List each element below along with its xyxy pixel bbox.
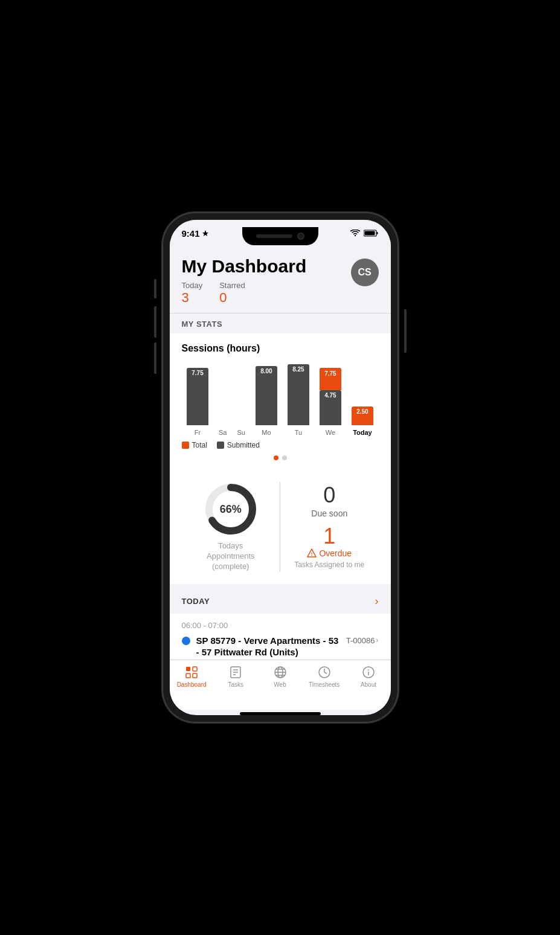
bar-group-tu: 8.25Tu: [288, 364, 309, 436]
today-chevron-icon[interactable]: ›: [375, 595, 379, 608]
bar-label: We: [326, 429, 335, 436]
total-dot: [182, 442, 189, 449]
tasks-icon: [228, 665, 243, 680]
timesheets-icon: [317, 665, 332, 680]
bar-label: Mo: [262, 429, 271, 436]
bar-container: 8.00: [256, 366, 277, 425]
bar-label: Tu: [295, 429, 302, 436]
donut-label: Todays Appointments (complete): [207, 541, 255, 572]
appt-status-dot: [182, 637, 190, 645]
svg-point-1: [354, 235, 355, 236]
svg-line-25: [324, 672, 327, 673]
wifi-icon: [350, 230, 360, 237]
tab-dashboard[interactable]: Dashboard: [170, 665, 214, 688]
starred-stat: Starred 0: [219, 281, 245, 306]
bar-label: Fr: [195, 429, 201, 436]
svg-marker-0: [202, 230, 208, 236]
notch: [242, 227, 318, 245]
bar-group-today: 2.50Today: [352, 406, 373, 436]
tab-timesheets[interactable]: Timesheets: [302, 665, 346, 688]
bar-submitted: 2.50: [352, 406, 373, 425]
location-icon: [202, 230, 208, 236]
svg-rect-13: [193, 673, 197, 678]
bar-label: Today: [353, 429, 372, 436]
tasks-stat: 0 Due soon 1 ! Overdue Tasks Assigned to…: [280, 482, 379, 572]
chart-section: Sessions (hours) 7.75FrSaSu8.00Mo8.25Tu4…: [170, 333, 391, 470]
appt-ref[interactable]: T-00086 ›: [346, 636, 379, 645]
bar-chart: 7.75FrSaSu8.00Mo8.25Tu4.757.75We2.50Toda…: [182, 364, 379, 436]
legend-submitted: Submitted: [217, 441, 260, 449]
bar-submitted: 8.00: [256, 366, 277, 425]
svg-rect-4: [364, 231, 375, 236]
about-icon: [361, 665, 376, 680]
my-stats-header: MY STATS: [170, 313, 391, 333]
page-dots[interactable]: [182, 455, 379, 460]
tab-bar: Dashboard Tasks Web: [170, 660, 391, 710]
tab-tasks[interactable]: Tasks: [214, 665, 258, 688]
tab-about[interactable]: About: [346, 665, 390, 688]
bar-submitted: 4.75: [320, 390, 341, 425]
dot-1[interactable]: [274, 455, 278, 460]
overdue-label: ! Overdue: [307, 548, 352, 558]
today-stat: Today 3: [182, 281, 203, 306]
svg-rect-11: [193, 667, 197, 671]
header: My Dashboard Today 3 Starred 0 CS: [170, 246, 391, 313]
tab-web[interactable]: Web: [258, 665, 302, 688]
bar-submitted: 7.75: [187, 368, 208, 425]
camera: [297, 233, 304, 240]
appt-content: SP 85779 - Verve Apartments - 53 - 57 Pi…: [196, 635, 379, 658]
chart-legend: Total Submitted: [182, 441, 379, 449]
warning-icon: !: [307, 548, 317, 558]
legend-total: Total: [182, 441, 207, 449]
svg-rect-10: [186, 667, 190, 671]
appt-ref-chevron-icon: ›: [376, 636, 379, 644]
stats-row: 66% Todays Appointments (complete) 0 Due…: [170, 470, 391, 584]
dot-2[interactable]: [282, 455, 287, 460]
header-left: My Dashboard Today 3 Starred 0: [182, 256, 307, 306]
bar-submitted: 8.25: [288, 364, 309, 425]
dashboard-icon: [184, 665, 199, 680]
avatar[interactable]: CS: [351, 259, 379, 286]
svg-rect-3: [376, 232, 378, 234]
appt-main: SP 85779 - Verve Apartments - 53 - 57 Pi…: [182, 635, 379, 658]
svg-point-28: [368, 670, 369, 670]
donut-center: 66%: [220, 503, 242, 516]
today-header[interactable]: TODAY ›: [170, 589, 391, 614]
submitted-dot: [217, 442, 224, 449]
status-icons: [350, 230, 379, 237]
appointment-card[interactable]: 06:00 - 07:00 SP 85779 - Verve Apartment…: [170, 614, 391, 660]
bar-group-sa: Sa: [219, 422, 227, 436]
bar-group-mo: 8.00Mo: [256, 366, 277, 436]
svg-rect-12: [186, 673, 190, 678]
bar-label: Su: [237, 429, 245, 436]
bar-total: 7.75: [320, 368, 341, 390]
svg-text:!: !: [311, 551, 313, 557]
page-title: My Dashboard: [182, 256, 307, 276]
bar-group-we: 4.757.75We: [320, 368, 341, 436]
donut-chart: 66%: [204, 482, 258, 536]
bar-group-su: Su: [237, 422, 245, 436]
appointments-stat: 66% Todays Appointments (complete): [182, 482, 280, 572]
scroll-content[interactable]: My Dashboard Today 3 Starred 0 CS: [170, 246, 391, 660]
speaker: [256, 234, 292, 238]
web-icon: [273, 665, 288, 680]
battery-icon: [364, 230, 379, 237]
bar-container: 2.50: [352, 406, 373, 425]
bar-container: 7.75: [187, 368, 208, 425]
home-indicator: [240, 712, 321, 715]
status-time: 9:41: [182, 228, 208, 239]
bar-group-fr: 7.75Fr: [187, 368, 208, 436]
header-stats: Today 3 Starred 0: [182, 281, 307, 306]
bar-label: Sa: [219, 429, 227, 436]
bar-container: 4.757.75: [320, 368, 341, 425]
bar-container: 8.25: [288, 364, 309, 425]
